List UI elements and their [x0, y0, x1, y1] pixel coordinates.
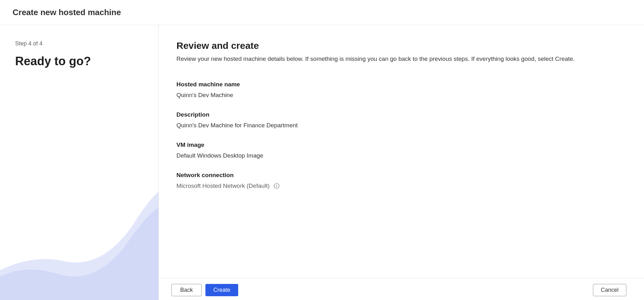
- wave-decoration: [0, 182, 158, 300]
- footer-left: Back Create: [171, 284, 238, 296]
- back-button[interactable]: Back: [171, 284, 202, 296]
- field-label: Hosted machine name: [176, 81, 626, 88]
- field-label: Description: [176, 111, 626, 118]
- main-content: Review and create Review your new hosted…: [159, 25, 644, 300]
- page-header: Create new hosted machine: [0, 0, 644, 25]
- body-container: Step 4 of 4 Ready to go? Review and crea…: [0, 25, 644, 300]
- field-value: Quinn's Dev Machine: [176, 92, 626, 99]
- info-icon[interactable]: [273, 183, 280, 189]
- field-value-text: Microsoft Hosted Network (Default): [176, 182, 270, 189]
- svg-point-1: [276, 184, 277, 185]
- create-button[interactable]: Create: [205, 284, 238, 296]
- wizard-footer: Back Create Cancel: [159, 278, 644, 300]
- field-network-connection: Network connection Microsoft Hosted Netw…: [176, 172, 626, 189]
- field-value: Default Windows Desktop Image: [176, 152, 626, 159]
- cancel-button[interactable]: Cancel: [593, 284, 626, 296]
- page-title: Create new hosted machine: [13, 8, 631, 17]
- main-description: Review your new hosted machine details b…: [176, 55, 626, 63]
- main-title: Review and create: [176, 40, 626, 51]
- field-value: Microsoft Hosted Network (Default): [176, 182, 626, 189]
- sidebar-title: Ready to go?: [15, 55, 143, 68]
- wizard-sidebar: Step 4 of 4 Ready to go?: [0, 25, 159, 300]
- field-hosted-machine-name: Hosted machine name Quinn's Dev Machine: [176, 81, 626, 99]
- field-label: Network connection: [176, 172, 626, 179]
- field-value: Quinn's Dev Machine for Finance Departme…: [176, 122, 626, 129]
- field-vm-image: VM image Default Windows Desktop Image: [176, 141, 626, 159]
- field-label: VM image: [176, 141, 626, 148]
- content-area: Review and create Review your new hosted…: [159, 25, 644, 278]
- field-description: Description Quinn's Dev Machine for Fina…: [176, 111, 626, 129]
- step-indicator: Step 4 of 4: [15, 40, 143, 47]
